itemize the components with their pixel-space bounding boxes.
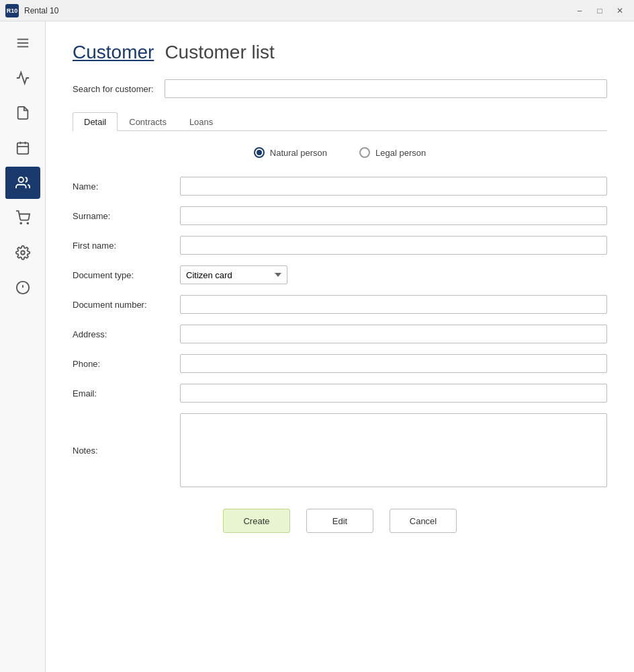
maximize-button[interactable]: □: [591, 4, 608, 17]
customer-form: Name: Surname: First name: Document type…: [73, 177, 607, 487]
page-header: Customer Customer list: [73, 42, 607, 63]
app-layout: Customer Customer list Search for custom…: [0, 22, 634, 672]
app-title: Rental 10: [24, 6, 58, 15]
svg-point-14: [27, 222, 28, 224]
cancel-button[interactable]: Cancel: [390, 509, 457, 533]
radio-natural-label: Natural person: [270, 148, 327, 158]
minimize-button[interactable]: –: [571, 4, 588, 17]
search-row: Search for customer:: [73, 79, 607, 98]
docnumber-input[interactable]: [180, 295, 607, 314]
settings-icon: [15, 245, 30, 260]
svg-rect-3: [17, 143, 28, 155]
search-label: Search for customer:: [73, 84, 154, 94]
calendar-icon: [15, 140, 30, 155]
radio-natural[interactable]: Natural person: [254, 147, 327, 158]
tabs: Detail Contracts Loans: [73, 112, 607, 131]
docnumber-label: Document number:: [73, 300, 180, 310]
notes-textarea[interactable]: [180, 413, 607, 487]
address-input[interactable]: [180, 325, 607, 343]
firstname-label: First name:: [73, 241, 180, 251]
radio-legal[interactable]: Legal person: [359, 147, 426, 158]
cart-icon: [15, 210, 30, 225]
create-button[interactable]: Create: [223, 509, 290, 533]
sidebar-item-settings[interactable]: [5, 237, 40, 269]
svg-point-15: [21, 251, 25, 255]
page-title-list: Customer list: [165, 42, 274, 63]
tab-contracts[interactable]: Contracts: [118, 112, 178, 131]
notes-label: Notes:: [73, 446, 180, 456]
people-icon: [15, 175, 30, 190]
email-label: Email:: [73, 388, 180, 398]
radio-natural-circle: [254, 147, 265, 158]
person-type-group: Natural person Legal person: [73, 147, 607, 158]
window-controls: – □ ✕: [571, 4, 629, 17]
main-content: Customer Customer list Search for custom…: [46, 22, 634, 672]
name-input[interactable]: [180, 177, 607, 196]
surname-label: Surname:: [73, 211, 180, 221]
menu-icon: [15, 36, 30, 50]
doctype-label: Document type:: [73, 270, 180, 280]
form-row-email: Email:: [73, 384, 607, 403]
surname-input[interactable]: [180, 206, 607, 225]
document-icon: [15, 106, 30, 120]
sidebar-item-calendar[interactable]: [5, 132, 40, 164]
svg-point-13: [20, 222, 21, 224]
firstname-input[interactable]: [180, 236, 607, 255]
info-icon: [15, 280, 30, 295]
chart-icon: [15, 71, 30, 85]
form-row-firstname: First name:: [73, 236, 607, 255]
radio-legal-label: Legal person: [375, 148, 426, 158]
titlebar: R10 Rental 10 – □ ✕: [0, 0, 634, 22]
sidebar-item-customer[interactable]: [5, 167, 40, 199]
close-button[interactable]: ✕: [611, 4, 629, 17]
edit-button[interactable]: Edit: [306, 509, 373, 533]
titlebar-left: R10 Rental 10: [5, 4, 58, 17]
form-row-phone: Phone:: [73, 354, 607, 373]
tab-detail[interactable]: Detail: [73, 112, 118, 131]
form-row-doctype: Document type: Citizen card Passport Dri…: [73, 265, 607, 284]
doctype-select[interactable]: Citizen card Passport Driver's license I…: [180, 265, 287, 284]
button-row: Create Edit Cancel: [73, 509, 607, 533]
app-logo: R10: [5, 4, 19, 17]
phone-label: Phone:: [73, 359, 180, 369]
radio-legal-circle: [359, 147, 370, 158]
search-input[interactable]: [165, 79, 607, 98]
sidebar-item-cart[interactable]: [5, 202, 40, 234]
phone-input[interactable]: [180, 354, 607, 373]
sidebar-item-info[interactable]: [5, 271, 40, 304]
form-row-name: Name:: [73, 177, 607, 196]
name-label: Name:: [73, 181, 180, 192]
address-label: Address:: [73, 329, 180, 339]
tab-loans[interactable]: Loans: [178, 112, 224, 131]
sidebar-item-document[interactable]: [5, 97, 40, 129]
form-row-docnumber: Document number:: [73, 295, 607, 314]
sidebar-item-menu[interactable]: [5, 27, 40, 59]
form-row-surname: Surname:: [73, 206, 607, 225]
email-input[interactable]: [180, 384, 607, 403]
form-row-address: Address:: [73, 325, 607, 343]
sidebar-item-chart[interactable]: [5, 62, 40, 94]
form-row-notes: Notes:: [73, 413, 607, 487]
page-title-customer: Customer: [73, 42, 154, 63]
svg-point-12: [18, 177, 23, 182]
sidebar: [0, 22, 46, 672]
